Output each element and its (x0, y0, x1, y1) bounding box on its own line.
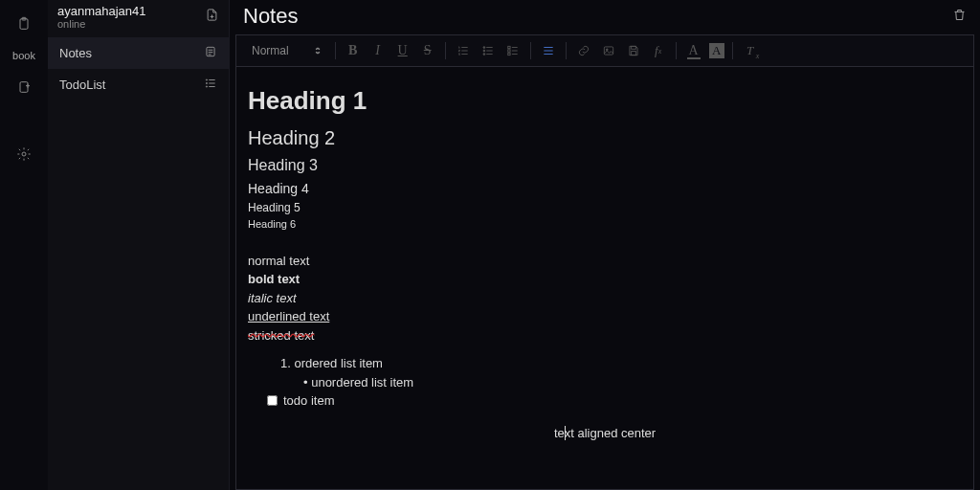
sidebar-item-label: Notes (59, 46, 92, 60)
svg-rect-14 (604, 47, 612, 55)
svg-point-6 (206, 82, 207, 83)
link-button[interactable] (574, 41, 593, 60)
svg-point-8 (483, 47, 485, 49)
svg-point-9 (483, 50, 485, 52)
clear-format-button[interactable]: Tx (741, 41, 760, 60)
align-button[interactable] (539, 41, 558, 60)
sidebar-item-notes[interactable]: Notes (48, 37, 229, 69)
text-normal: normal text (248, 252, 962, 271)
text-center: text aligned center (248, 424, 962, 443)
main-panel: Notes Normal B I U S (230, 0, 980, 490)
delete-icon[interactable] (952, 8, 967, 26)
user-name: ayanmahajan41 (57, 4, 146, 18)
heading-select[interactable]: Normal (246, 42, 327, 59)
svg-rect-16 (631, 46, 635, 49)
text-italic: italic text (248, 289, 962, 308)
ordered-list: 1. ordered list item • unordered list it… (248, 354, 962, 391)
italic-button[interactable]: I (368, 41, 388, 60)
doc-sidebar: ayanmahajan41 online Notes TodoList (48, 0, 230, 490)
formula-button[interactable]: fx (649, 41, 668, 60)
doc-icon (204, 45, 217, 61)
list-item: 1. ordered list item (280, 354, 962, 373)
svg-rect-12 (507, 50, 509, 52)
svg-rect-17 (631, 52, 635, 56)
bold-button[interactable]: B (344, 41, 363, 60)
sidebar-item-label: TodoList (59, 78, 105, 92)
heading-2: Heading 2 (248, 123, 962, 152)
settings-icon[interactable] (10, 140, 38, 168)
svg-point-7 (206, 86, 207, 87)
chevron-updown-icon (314, 47, 322, 55)
app-rail: book (0, 0, 48, 490)
text-strike: stricked text (248, 326, 962, 345)
user-status: online (57, 18, 146, 30)
editor-toolbar: Normal B I U S fx A (235, 34, 974, 67)
svg-point-5 (206, 79, 207, 80)
svg-rect-13 (507, 53, 509, 55)
ordered-list-button[interactable] (454, 41, 473, 60)
strike-button[interactable]: S (418, 41, 437, 60)
svg-rect-2 (20, 82, 28, 93)
image-button[interactable] (599, 41, 618, 60)
todo-row: todo item (248, 391, 962, 411)
todo-checkbox[interactable] (267, 395, 278, 406)
unordered-list-button[interactable] (479, 41, 498, 60)
todo-label: todo item (283, 391, 334, 411)
editor-canvas[interactable]: Heading 1 Heading 2 Heading 3 Heading 4 … (235, 67, 974, 490)
sidebar-item-todolist[interactable]: TodoList (48, 69, 229, 100)
underline-button[interactable]: U (393, 41, 412, 60)
text-bold: bold text (248, 270, 962, 289)
add-doc-icon[interactable] (10, 73, 38, 101)
heading-4: Heading 4 (248, 179, 962, 199)
clipboard-icon[interactable] (10, 10, 38, 38)
heading-select-label: Normal (252, 44, 289, 57)
new-doc-icon[interactable] (205, 8, 219, 26)
user-row: ayanmahajan41 online (48, 0, 229, 37)
text-underline: underlined text (248, 307, 962, 326)
heading-1: Heading 1 (248, 82, 962, 120)
save-button[interactable] (624, 41, 643, 60)
svg-point-3 (22, 152, 26, 156)
rail-book-label: book (12, 50, 35, 61)
page-title: Notes (243, 4, 298, 29)
svg-rect-11 (507, 46, 509, 48)
checklist-button[interactable] (503, 41, 523, 60)
list-item: • unordered list item (280, 373, 962, 392)
heading-5: Heading 5 (248, 199, 962, 216)
heading-6: Heading 6 (248, 216, 962, 233)
bg-color-button[interactable]: A (709, 43, 724, 58)
list-icon (204, 77, 217, 93)
svg-point-10 (483, 54, 485, 56)
text-color-button[interactable]: A (684, 41, 703, 60)
heading-3: Heading 3 (248, 154, 962, 177)
